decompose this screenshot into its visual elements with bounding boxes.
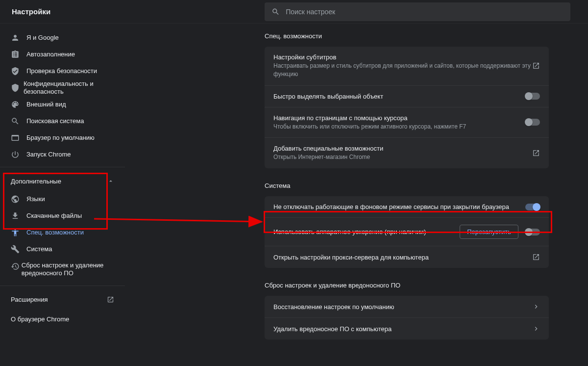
clipboard-icon — [11, 50, 26, 59]
sidebar-item-privacy[interactable]: Конфиденциальность и безопасность — [0, 79, 125, 96]
sidebar-advanced-toggle[interactable]: Дополнительные — [0, 171, 125, 191]
relaunch-button[interactable]: Перезапустить — [460, 225, 518, 239]
extensions-label: Расширения — [11, 296, 48, 303]
sidebar-item-label: Сброс настроек и удаление вредоносного П… — [22, 261, 114, 278]
row-title: Использовать аппаратное ускорение (при н… — [273, 228, 460, 235]
sidebar-item-default-browser[interactable]: Браузер по умолчанию — [0, 130, 125, 146]
row-title: Добавить специальные возможности — [273, 145, 532, 152]
shield-icon — [11, 83, 24, 92]
sidebar-item-autofill[interactable]: Автозаполнение — [0, 46, 125, 63]
toggle-caret[interactable] — [525, 119, 540, 126]
sidebar-item-languages[interactable]: Языки — [0, 191, 125, 208]
sidebar-item-safety-check[interactable]: Проверка безопасности — [0, 63, 125, 79]
download-icon — [11, 211, 26, 220]
row-cleanup[interactable]: Удалить вредоносное ПО с компьютера — [265, 318, 549, 340]
sidebar-item-label: Я и Google — [26, 34, 59, 42]
chevron-right-icon — [532, 325, 540, 333]
row-subtitle: Открыть Интернет-магазин Chrome — [273, 153, 532, 161]
row-subtitle: Настраивать размер и стиль субтитров для… — [273, 62, 532, 78]
row-subtitle: Чтобы включить или отключить режим актив… — [273, 123, 525, 131]
main-content: Спец. возможности Настройки субтитров На… — [125, 24, 588, 366]
shield-check-icon — [11, 67, 26, 76]
section-reset: Сброс настроек и удаление вредоносного П… — [265, 282, 549, 340]
row-title: Настройки субтитров — [273, 53, 532, 61]
accessibility-icon — [11, 228, 26, 237]
search-icon — [11, 117, 26, 126]
power-icon — [11, 150, 26, 159]
section-title: Спец. возможности — [265, 32, 549, 40]
external-link-icon — [532, 149, 540, 157]
sidebar-item-accessibility[interactable]: Спец. возможности — [0, 224, 125, 241]
sidebar-about-link[interactable]: О браузере Chrome — [0, 310, 125, 329]
row-title: Удалить вредоносное ПО с компьютера — [273, 325, 532, 333]
search-input[interactable] — [286, 8, 564, 16]
sidebar-item-reset[interactable]: Сброс настроек и удаление вредоносного П… — [0, 258, 125, 282]
palette-icon — [11, 100, 26, 109]
external-link-icon — [107, 296, 114, 303]
row-focus-highlight[interactable]: Быстро выделять выбранный объект — [265, 86, 549, 107]
sidebar-item-me-google[interactable]: Я и Google — [0, 29, 125, 46]
search-icon — [271, 7, 280, 16]
section-title: Сброс настроек и удаление вредоносного П… — [265, 282, 549, 289]
chevron-right-icon — [532, 303, 540, 311]
sidebar: Я и Google Автозаполнение Проверка безоп… — [0, 24, 125, 366]
row-background-apps[interactable]: Не отключать работающие в фоновом режиме… — [265, 196, 549, 218]
row-title: Быстро выделять выбранный объект — [273, 93, 525, 100]
row-title: Не отключать работающие в фоновом режиме… — [273, 203, 525, 210]
sidebar-item-label: Языки — [26, 195, 45, 203]
row-title: Восстановление настроек по умолчанию — [273, 303, 532, 311]
sidebar-item-label: Скачанные файлы — [26, 212, 82, 220]
page-title: Настройки — [0, 7, 265, 16]
row-add-accessibility[interactable]: Добавить специальные возможности Открыть… — [265, 138, 549, 168]
toggle-background[interactable] — [525, 204, 540, 210]
section-accessibility: Спец. возможности Настройки субтитров На… — [265, 32, 549, 168]
sidebar-item-downloads[interactable]: Скачанные файлы — [0, 208, 125, 224]
sidebar-item-label: Браузер по умолчанию — [26, 134, 95, 142]
sidebar-item-label: Система — [26, 245, 52, 253]
row-restore-defaults[interactable]: Восстановление настроек по умолчанию — [265, 296, 549, 318]
sidebar-item-label: Запуск Chrome — [26, 151, 71, 158]
sidebar-extensions-link[interactable]: Расширения — [0, 290, 125, 310]
browser-icon — [11, 133, 26, 142]
sidebar-item-search-engine[interactable]: Поисковая система — [0, 113, 125, 130]
section-title: Система — [265, 182, 549, 189]
row-title: Открыть настройки прокси-сервера для ком… — [273, 254, 532, 261]
toggle-focus[interactable] — [525, 93, 540, 100]
wrench-icon — [11, 245, 26, 254]
row-captions[interactable]: Настройки субтитров Настраивать размер и… — [265, 47, 549, 86]
row-caret-browsing[interactable]: Навигация по страницам с помощью курсора… — [265, 107, 549, 138]
person-icon — [11, 33, 26, 42]
chevron-up-icon — [107, 178, 114, 184]
section-system: Система Не отключать работающие в фоново… — [265, 182, 549, 268]
row-hardware-accel[interactable]: Использовать аппаратное ускорение (при н… — [265, 218, 549, 246]
sidebar-item-system[interactable]: Система — [0, 241, 125, 258]
globe-icon — [11, 195, 26, 204]
row-title: Навигация по страницам с помощью курсора — [273, 114, 525, 122]
sidebar-item-label: Конфиденциальность и безопасность — [24, 80, 114, 96]
restore-icon — [11, 261, 22, 271]
toggle-hwaccel[interactable] — [525, 229, 540, 235]
external-link-icon — [532, 253, 540, 261]
external-link-icon — [532, 62, 540, 70]
sidebar-separator — [0, 286, 125, 286]
app-header: Настройки — [0, 0, 588, 24]
sidebar-separator — [0, 167, 125, 167]
sidebar-item-label: Автозаполнение — [26, 51, 75, 58]
sidebar-item-label: Внешний вид — [26, 101, 66, 108]
sidebar-item-label: Спец. возможности — [26, 229, 84, 236]
sidebar-item-appearance[interactable]: Внешний вид — [0, 96, 125, 113]
search-box[interactable] — [265, 2, 570, 21]
sidebar-advanced-label: Дополнительные — [11, 178, 61, 185]
about-label: О браузере Chrome — [11, 315, 69, 323]
sidebar-item-label: Поисковая система — [26, 117, 84, 125]
sidebar-item-startup[interactable]: Запуск Chrome — [0, 146, 125, 163]
sidebar-item-label: Проверка безопасности — [26, 67, 97, 75]
row-proxy-settings[interactable]: Открыть настройки прокси-сервера для ком… — [265, 246, 549, 268]
